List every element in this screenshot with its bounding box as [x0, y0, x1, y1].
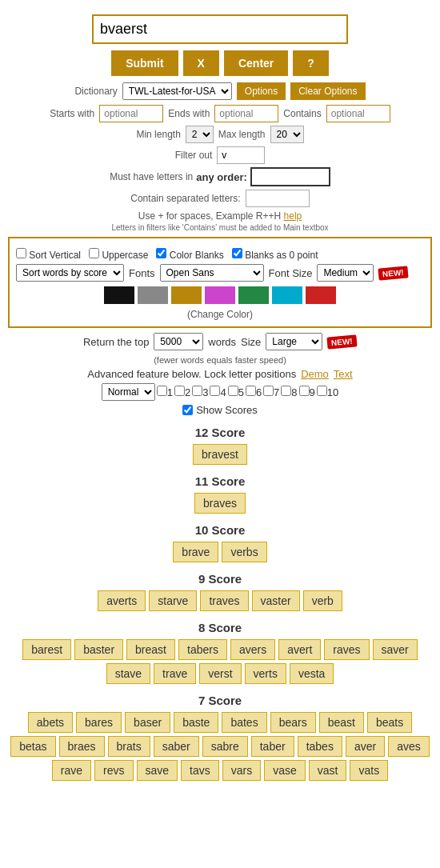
word-badge[interactable]: raves [324, 639, 369, 660]
word-badge[interactable]: beats [367, 712, 412, 733]
contains-input[interactable] [326, 105, 390, 122]
word-badge[interactable]: aver [346, 736, 385, 757]
word-badge[interactable]: verst [199, 663, 241, 684]
lock-pos-9[interactable] [299, 386, 310, 396]
color-red[interactable] [306, 286, 336, 304]
word-badge[interactable]: betas [10, 736, 55, 757]
word-badge[interactable]: averts [98, 590, 146, 611]
word-badge[interactable]: breast [126, 639, 175, 660]
word-badge[interactable]: saver [373, 639, 418, 660]
search-input[interactable] [92, 14, 348, 44]
word-badge[interactable]: sabre [202, 736, 248, 757]
word-badge[interactable]: bravest [193, 444, 247, 465]
return-count-select[interactable]: 10050010002000500010000 [154, 333, 203, 350]
size-select[interactable]: SmallMediumLargeX-Large [266, 333, 322, 350]
options-button[interactable]: Options [237, 82, 286, 100]
word-badge[interactable]: baster [74, 639, 123, 660]
word-badge[interactable]: vesta [290, 663, 334, 684]
search-area [8, 14, 432, 44]
center-button[interactable]: Center [224, 50, 288, 76]
word-badge[interactable]: vast [309, 760, 347, 781]
question-button[interactable]: ? [293, 50, 329, 76]
word-badge[interactable]: avers [230, 639, 275, 660]
word-badge[interactable]: brats [108, 736, 150, 757]
word-badge[interactable]: verts [245, 663, 286, 684]
show-scores-checkbox[interactable] [182, 405, 193, 415]
word-badge[interactable]: bates [222, 712, 266, 733]
lock-3: 3 [192, 386, 208, 398]
contain-sep-input[interactable] [246, 190, 310, 207]
filter-out-label: Filter out [175, 150, 213, 161]
help-link[interactable]: help [284, 210, 302, 222]
blanks-as-0-checkbox[interactable] [232, 248, 242, 258]
word-badge[interactable]: tabes [298, 736, 342, 757]
color-green[interactable] [238, 286, 269, 304]
words-row: bravest [8, 444, 432, 465]
ends-with-label: Ends with [168, 108, 210, 119]
word-badge[interactable]: saber [154, 736, 199, 757]
lock-pos-8[interactable] [281, 386, 291, 396]
word-badge[interactable]: brave [173, 542, 218, 562]
min-length-select[interactable]: 2345 [186, 126, 214, 143]
word-badge[interactable]: vase [264, 760, 306, 781]
checkbox-row: Sort Vertical Uppercase Color Blanks Bla… [16, 248, 424, 261]
color-purple[interactable] [205, 286, 235, 304]
word-badge[interactable]: verbs [222, 542, 266, 562]
color-blanks-checkbox[interactable] [156, 248, 166, 258]
color-gold[interactable] [171, 286, 202, 304]
text-link[interactable]: Text [334, 368, 353, 380]
sort-words-select[interactable]: Sort words by score Alphabetical [16, 264, 124, 282]
word-badge[interactable]: vars [222, 760, 261, 781]
color-gray[interactable] [138, 286, 168, 304]
word-badge[interactable]: abets [28, 712, 73, 733]
lock-pos-3[interactable] [192, 386, 202, 396]
word-badge[interactable]: verb [303, 590, 342, 611]
x-button[interactable]: X [183, 50, 219, 76]
ends-with-input[interactable] [214, 105, 278, 122]
normal-select[interactable]: Normal [102, 383, 155, 401]
submit-button[interactable]: Submit [111, 50, 178, 76]
word-badge[interactable]: rave [52, 760, 91, 781]
max-length-select[interactable]: 2015107 [270, 126, 304, 143]
fonts-select[interactable]: Open Sans Arial Times New Roman [160, 264, 264, 282]
word-badge[interactable]: avert [278, 639, 321, 660]
lock-pos-2[interactable] [174, 386, 185, 396]
word-badge[interactable]: save [137, 760, 178, 781]
lock-pos-7[interactable] [263, 386, 274, 396]
lock-pos-4[interactable] [210, 386, 220, 396]
demo-link[interactable]: Demo [301, 368, 329, 380]
lock-pos-10[interactable] [317, 386, 327, 396]
color-cyan[interactable] [272, 286, 302, 304]
word-badge[interactable]: bares [76, 712, 122, 733]
uppercase-checkbox[interactable] [89, 248, 99, 258]
dictionary-select[interactable]: TWL-Latest-for-USA SOWPODS TWL06 [122, 82, 232, 100]
clear-options-button[interactable]: Clear Options [290, 82, 365, 100]
word-badge[interactable]: baser [125, 712, 170, 733]
word-badge[interactable]: trave [154, 663, 196, 684]
starts-with-input[interactable] [99, 105, 163, 122]
sort-vertical-checkbox[interactable] [16, 248, 26, 258]
word-badge[interactable]: tabers [178, 639, 227, 660]
word-badge[interactable]: braves [194, 493, 246, 514]
word-badge[interactable]: braes [59, 736, 105, 757]
word-badge[interactable]: traves [200, 590, 248, 611]
word-badge[interactable]: starve [149, 590, 197, 611]
word-badge[interactable]: bears [270, 712, 316, 733]
lock-pos-1[interactable] [157, 386, 167, 396]
word-badge[interactable]: taber [251, 736, 294, 757]
color-black[interactable] [104, 286, 134, 304]
word-badge[interactable]: vats [350, 760, 388, 781]
word-badge[interactable]: revs [94, 760, 133, 781]
filter-out-input[interactable] [217, 146, 265, 164]
word-badge[interactable]: vaster [252, 590, 300, 611]
lock-pos-5[interactable] [228, 386, 238, 396]
lock-pos-6[interactable] [246, 386, 256, 396]
word-badge[interactable]: tavs [181, 760, 219, 781]
word-badge[interactable]: baste [174, 712, 218, 733]
word-badge[interactable]: aves [388, 736, 430, 757]
word-badge[interactable]: stave [106, 663, 150, 684]
must-have-input[interactable] [250, 167, 330, 186]
font-size-select[interactable]: Small Medium Large [317, 264, 374, 282]
word-badge[interactable]: barest [22, 639, 71, 660]
word-badge[interactable]: beast [319, 712, 364, 733]
